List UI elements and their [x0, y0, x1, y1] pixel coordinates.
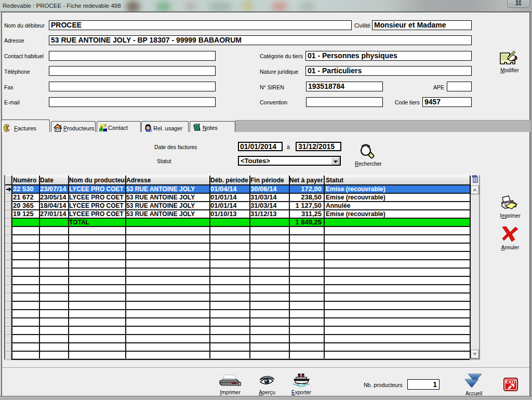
- svg-text:EXIT: EXIT: [506, 379, 516, 384]
- svg-text:€: €: [4, 124, 9, 132]
